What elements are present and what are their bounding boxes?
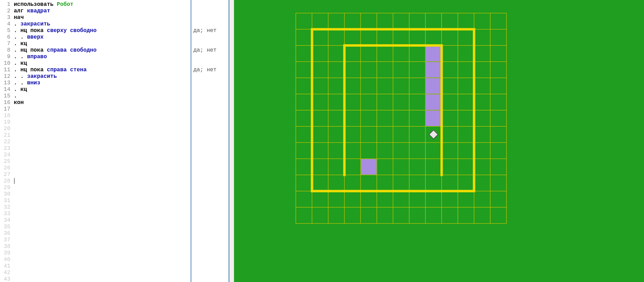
code-editor-pane[interactable]: 1234567891011121314151617181920212223242… [0,0,229,282]
code-line[interactable]: . кц [14,86,191,93]
code-line[interactable]: . . вниз [14,80,191,86]
robot-field-canvas [234,0,644,282]
code-line[interactable]: . . вверх [14,34,191,41]
code-line[interactable]: . кц [14,60,191,67]
margin-annotation: да; нет [193,67,227,73]
text-cursor [14,178,14,184]
code-line[interactable]: нач [14,14,191,21]
line-number-gutter: 1234567891011121314151617181920212223242… [0,0,12,282]
code-area[interactable]: использовать Роботалг квадратнач. закрас… [12,0,191,282]
code-line[interactable]: алг квадрат [14,8,191,14]
painted-cell [426,78,441,94]
margin-annotation: да; нет [193,28,227,34]
margin-annotation: да; нет [193,47,227,54]
execution-margin: да; нетда; нетда; нет [191,0,229,282]
code-line[interactable]: кон [14,100,191,106]
code-line[interactable]: . . вправо [14,54,191,60]
code-line[interactable]: использовать Робот [14,1,191,8]
painted-cell [426,62,441,77]
code-line[interactable]: . нц пока справа стена [14,67,191,73]
code-line[interactable]: . нц пока сверху свободно [14,28,191,34]
code-line[interactable]: . [14,93,191,100]
robot-field-pane [234,0,644,282]
code-line[interactable]: . . закрасить [14,73,191,80]
code-line[interactable]: . закрасить [14,21,191,28]
code-line[interactable]: . нц пока справа свободно [14,47,191,54]
painted-cell [426,111,441,126]
painted-cell [426,94,441,110]
pane-splitter[interactable] [229,0,234,282]
painted-cell [361,159,376,175]
painted-cell [426,46,441,61]
code-line[interactable]: . кц [14,41,191,47]
